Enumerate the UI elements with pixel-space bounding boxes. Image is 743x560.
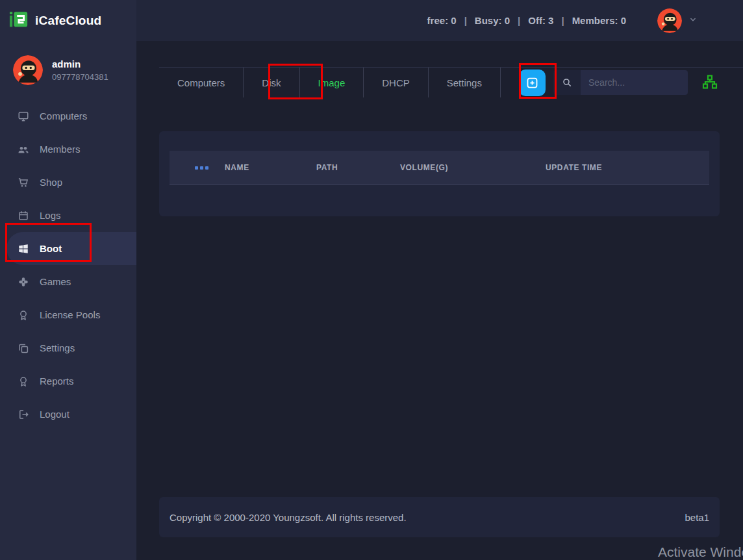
sidebar-item-label: Computers [40,110,87,121]
sidebar-item-boot[interactable]: Boot [6,232,136,265]
stat-off: Off: 3 [528,15,553,26]
tab-image[interactable]: Image [300,68,364,97]
sidebar-item-label: Games [40,276,71,287]
network-topology-button[interactable] [701,73,719,93]
footer: Copyright © 2000-2020 Youngzsoft. All ri… [159,497,720,537]
sidebar-item-logs[interactable]: Logs [0,199,136,232]
sidebar-item-games[interactable]: Games [0,265,136,298]
sidebar: admin 097778704381 Computers Members Sho… [0,41,136,560]
hamburger-menu-icon[interactable] [159,17,167,25]
sidebar-item-label: Logout [40,409,69,420]
sidebar-item-label: Members [40,144,81,155]
windows-icon [18,243,29,255]
sidebar-item-members[interactable]: Members [0,133,136,166]
sidebar-item-settings[interactable]: Settings [0,331,136,364]
column-header-path: PATH [316,163,400,172]
activate-windows-watermark: Activate Windows [658,544,743,560]
medal-icon [18,375,29,387]
stat-free: free: 0 [427,15,457,26]
topbar: iCafeCloud free: 0 | Busy: 0 | Off: 3 | … [0,0,743,41]
toolbar-actions [519,70,743,96]
tab-dhcp[interactable]: DHCP [364,68,429,97]
tab-disk[interactable]: Disk [244,68,299,97]
stat-separator: | [464,15,467,26]
stat-members: Members: 0 [572,15,626,26]
brand: iCafeCloud [0,0,136,41]
sidebar-item-logout[interactable]: Logout [0,398,136,431]
chevron-down-icon [688,15,698,27]
profile-name: admin [52,58,108,70]
user-menu[interactable] [657,8,698,33]
logout-icon [18,409,29,420]
sidebar-item-label: License Pools [40,309,100,320]
users-icon [18,144,29,155]
sidebar-item-reports[interactable]: Reports [0,364,136,398]
avatar [13,55,43,85]
version-badge: beta1 [685,512,709,523]
plus-icon [525,76,539,90]
stat-separator: | [561,15,564,26]
sitemap-icon [702,74,718,90]
tab-computers[interactable]: Computers [159,68,244,97]
medal-icon [18,309,29,321]
gamepad-icon [18,276,29,288]
calendar-icon [18,210,29,222]
column-header-update-time: UPDATE TIME [546,163,709,172]
search-input[interactable] [581,70,688,95]
sidebar-item-computers[interactable]: Computers [0,99,136,133]
image-table-card: NAME PATH VOLUME(G) UPDATE TIME [159,131,720,216]
table-header-row: NAME PATH VOLUME(G) UPDATE TIME [170,151,709,185]
content-toolbar: Computers Disk Image DHCP Settings [159,67,743,97]
sidebar-item-label: Boot [40,243,62,254]
search-box [553,70,688,95]
sidebar-item-label: Shop [40,177,62,188]
sidebar-item-label: Logs [40,210,61,221]
sidebar-item-license-pools[interactable]: License Pools [0,298,136,331]
sidebar-profile: admin 097778704381 [0,41,136,98]
brand-logo-icon [9,10,29,32]
brand-name: iCafeCloud [35,14,101,28]
sidebar-item-label: Settings [40,342,75,353]
search-icon [553,70,581,95]
sidebar-nav: Computers Members Shop Logs Boot Games L… [0,99,136,431]
add-image-button[interactable] [519,70,546,96]
boot-tabs: Computers Disk Image DHCP Settings [159,68,501,97]
stat-separator: | [518,15,520,26]
sidebar-item-label: Reports [40,375,74,387]
avatar [657,8,682,33]
cart-icon [18,177,29,188]
tab-settings[interactable]: Settings [429,68,501,97]
layers-icon [18,342,29,354]
sidebar-item-shop[interactable]: Shop [0,166,136,199]
monitor-icon [18,110,29,122]
profile-phone: 097778704381 [52,72,108,82]
copyright-text: Copyright © 2000-2020 Youngzsoft. All ri… [170,512,407,523]
stat-busy: Busy: 0 [475,15,510,26]
column-header-volume: VOLUME(G) [400,163,546,172]
row-actions-icon [170,166,225,170]
status-summary: free: 0 | Busy: 0 | Off: 3 | Members: 0 [427,15,626,26]
column-header-name: NAME [225,163,316,172]
